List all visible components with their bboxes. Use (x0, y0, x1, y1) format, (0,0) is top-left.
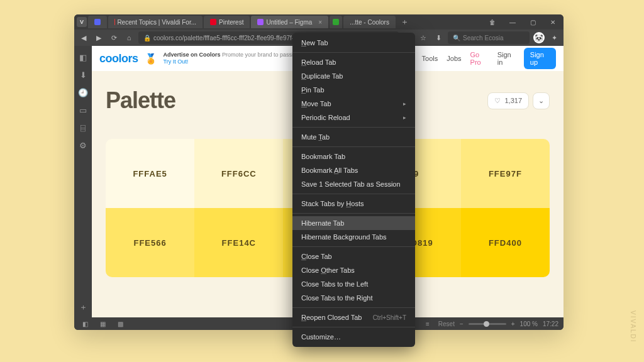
ctx-move-tab[interactable]: Move Tab (292, 97, 415, 111)
window-controls: 🗑 — ▢ ✕ (484, 16, 561, 28)
new-tab-button[interactable]: ＋ (397, 16, 413, 28)
ctx-bookmark-all[interactable]: Bookmark All Tabs (292, 163, 415, 177)
zoom-in-button[interactable]: + (511, 321, 515, 327)
ctx-periodic-reload[interactable]: Periodic Reload (292, 111, 415, 124)
forward-button[interactable]: ▶ (93, 32, 104, 43)
tab-discord[interactable] (88, 16, 107, 28)
like-button[interactable]: ♡1,317 (487, 92, 529, 109)
like-count: 1,317 (504, 97, 522, 104)
panel-sidebar: ◧ ⬇ 🕘 ▭ ⌸ ⚙ ＋ (74, 46, 92, 317)
extensions-icon[interactable]: ✦ (548, 32, 560, 43)
tab-vivaldi-forum[interactable]: Recent Topics | Vivaldi For... (108, 16, 203, 28)
swatch[interactable]: FFE14C (194, 208, 283, 277)
ctx-hibernate-tab[interactable]: Hibernate Tab (292, 216, 415, 230)
tab-figma[interactable]: Untitled – Figma× (251, 16, 328, 28)
search-placeholder: Search Ecosia (463, 35, 503, 41)
swatch[interactable]: FFE97F (461, 139, 550, 208)
swatch[interactable]: FFFAE5 (106, 139, 194, 208)
lock-icon: 🔒 (143, 35, 151, 41)
zoom-out-button[interactable]: − (460, 321, 464, 327)
site-icon (333, 19, 339, 25)
zoom-reset[interactable]: Reset (438, 321, 455, 327)
tab-unknown[interactable] (330, 16, 342, 28)
tab-pinterest[interactable]: Pinterest (204, 16, 250, 28)
window-panel-icon[interactable]: ⌸ (78, 123, 88, 133)
vivaldi-logo-icon[interactable]: V (77, 17, 87, 27)
tab-label: Pinterest (219, 19, 243, 26)
ctx-save-session[interactable]: Save 1 Selected Tab as Session (292, 177, 415, 191)
ctx-new-tab[interactable]: New Tab (292, 36, 415, 50)
image-toggle-icon[interactable]: ▩ (114, 318, 126, 329)
ctx-reload-tab[interactable]: Reload Tab (292, 55, 415, 69)
reload-button[interactable]: ⟳ (108, 32, 119, 43)
maximize-button[interactable]: ▢ (525, 16, 541, 28)
nav-signin[interactable]: Sign in (497, 51, 515, 66)
heart-icon: ♡ (494, 97, 501, 105)
swatch[interactable]: FFF6CC (194, 139, 283, 208)
minimize-button[interactable]: — (504, 16, 521, 28)
history-panel-icon[interactable]: 🕘 (78, 87, 88, 97)
tab-coolors[interactable]: ...tte - Coolors (343, 16, 396, 28)
ctx-close-other[interactable]: Close Other Tabs (292, 263, 415, 277)
home-button[interactable]: ⌂ (123, 32, 135, 43)
ctx-close-left[interactable]: Close Tabs to the Left (292, 277, 415, 291)
close-tab-icon[interactable]: × (318, 19, 322, 26)
profile-avatar[interactable]: 🐼 (533, 32, 545, 43)
promo-cta[interactable]: Try It Out! (164, 58, 189, 65)
ctx-stack-hosts[interactable]: Stack Tabs by Hosts (292, 197, 415, 211)
swatch[interactable]: FFE566 (106, 208, 194, 277)
swatch[interactable]: FFD400 (461, 208, 550, 277)
chevron-down-icon: ⌄ (538, 97, 544, 105)
bookmark-icon[interactable]: ☆ (418, 32, 429, 43)
ctx-mute-tab[interactable]: Mute Tab (292, 130, 415, 144)
ctx-duplicate-tab[interactable]: Duplicate Tab (292, 69, 415, 83)
ctx-bookmark-tab[interactable]: Bookmark Tab (292, 150, 415, 163)
more-menu-button[interactable]: ⌄ (533, 92, 550, 109)
tab-label: Untitled – Figma (266, 19, 312, 26)
vivaldi-watermark: VIVALDI (630, 310, 636, 343)
trash-icon[interactable]: 🗑 (484, 16, 501, 28)
signup-button[interactable]: Sign up (524, 48, 556, 69)
coolors-logo[interactable]: coolors (99, 52, 138, 65)
nav-jobs[interactable]: Jobs (447, 55, 461, 62)
close-window-button[interactable]: ✕ (545, 16, 561, 28)
tab-context-menu: New Tab Reload Tab Duplicate Tab Pin Tab… (292, 33, 415, 347)
clock: 17:22 (543, 321, 558, 327)
figma-icon (257, 19, 264, 25)
tab-label: ...tte - Coolors (350, 19, 389, 26)
notes-panel-icon[interactable]: ▭ (78, 105, 88, 115)
ctx-hibernate-bg[interactable]: Hibernate Background Tabs (292, 230, 415, 244)
ctx-customize[interactable]: Customize… (292, 330, 415, 344)
tiling-icon[interactable]: ▦ (97, 318, 108, 329)
ctx-pin-tab[interactable]: Pin Tab (292, 83, 415, 97)
pinterest-icon (210, 19, 216, 25)
ctx-close-right[interactable]: Close Tabs to the Right (292, 291, 415, 305)
shortcut-label: Ctrl+Shift+T (373, 314, 406, 321)
tab-bar: V Recent Topics | Vivaldi For... Pintere… (74, 14, 564, 30)
settings-panel-icon[interactable]: ⚙ (78, 140, 88, 150)
nav-tools[interactable]: Tools (422, 55, 438, 62)
palette-actions: ♡1,317 ⌄ (487, 92, 550, 109)
ctx-close-tab[interactable]: Close Tab (292, 250, 415, 263)
add-panel-icon[interactable]: ＋ (78, 302, 88, 312)
site-nav: Tools Jobs Go Pro Sign in Sign up (422, 48, 556, 69)
ctx-reopen[interactable]: Reopen Closed TabCtrl+Shift+T (292, 310, 415, 324)
tab-label: Recent Topics | Vivaldi For... (117, 19, 196, 26)
bookmarks-panel-icon[interactable]: ◧ (78, 52, 88, 62)
back-button[interactable]: ◀ (78, 32, 89, 43)
search-icon: 🔍 (453, 35, 460, 41)
zoom-value: 100 % (520, 321, 538, 327)
panel-toggle-icon[interactable]: ◧ (79, 318, 91, 329)
nav-gopro[interactable]: Go Pro (470, 51, 489, 66)
search-field[interactable]: 🔍 Search Ecosia (448, 31, 530, 44)
download-icon[interactable]: ⬇ (433, 32, 444, 43)
discord-icon (94, 19, 101, 25)
zoom-slider[interactable] (469, 323, 506, 325)
page-actions-icon[interactable]: ≡ (422, 318, 433, 329)
page-title: Palette (106, 87, 175, 114)
downloads-panel-icon[interactable]: ⬇ (78, 70, 88, 80)
promo-title: Advertise on Coolors (164, 52, 221, 58)
